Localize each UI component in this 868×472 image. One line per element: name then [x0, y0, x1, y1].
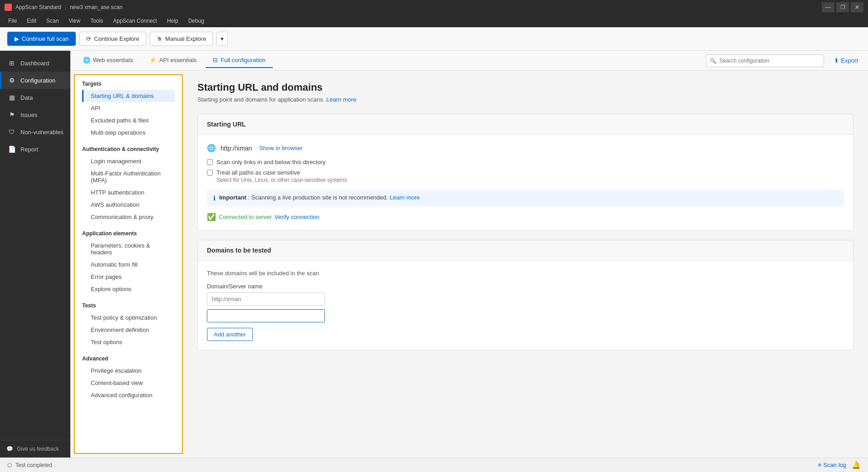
configuration-icon: ⚙	[8, 76, 16, 84]
feedback-button[interactable]: 💬 Give us feedback	[6, 446, 64, 452]
learn-more-important-link[interactable]: Learn more	[390, 194, 420, 201]
continue-full-scan-label: Continue full scan	[22, 35, 69, 42]
close-button[interactable]: ✕	[851, 2, 863, 12]
menu-appscan-connect[interactable]: AppScan Connect	[108, 16, 162, 26]
section-advanced-title: Advanced	[82, 355, 175, 362]
nav-multi-step-operations[interactable]: Multi-step operations	[82, 127, 175, 139]
file-title: new3 xman_ase.scan	[70, 4, 123, 10]
menu-view[interactable]: View	[64, 16, 85, 26]
content-area: 🌐 Web essentials ⚡ API essentials ⊟ Full…	[70, 51, 868, 457]
tab-api-essentials-label: API essentials	[159, 57, 196, 63]
add-another-button[interactable]: Add another	[207, 328, 253, 341]
learn-more-link[interactable]: Learn more	[326, 96, 356, 103]
scan-only-links-row: Scan only links in and below this direct…	[207, 159, 844, 165]
sidebar-item-report[interactable]: 📄 Report	[0, 141, 70, 158]
nav-communication-proxy[interactable]: Communication & proxy	[82, 211, 175, 223]
export-label: Export	[841, 57, 858, 64]
nav-login-management[interactable]: Login management	[82, 155, 175, 167]
nav-environment-definition[interactable]: Environment definition	[82, 324, 175, 336]
sidebar-item-dashboard-label: Dashboard	[20, 60, 49, 67]
section-tests-title: Tests	[82, 302, 175, 309]
nav-test-options[interactable]: Test options	[82, 336, 175, 348]
nav-mfa[interactable]: Multi-Factor Authentication (MFA)	[82, 167, 175, 186]
scan-only-links-checkbox[interactable]	[207, 159, 213, 165]
maximize-button[interactable]: ❐	[836, 2, 849, 12]
data-icon: ▦	[8, 93, 16, 102]
section-targets: Targets Starting URL & domains API Exclu…	[75, 75, 182, 141]
nav-automatic-form-fill[interactable]: Automatic form fill	[82, 258, 175, 271]
nav-content-based-view[interactable]: Content-based view	[82, 377, 175, 389]
sidebar-item-configuration-label: Configuration	[20, 77, 55, 84]
nav-api[interactable]: API	[82, 102, 175, 114]
domain-input-1[interactable]	[207, 292, 325, 306]
sidebar-item-data[interactable]: ▦ Data	[0, 89, 70, 106]
nav-advanced-configuration[interactable]: Advanced configuration	[82, 389, 175, 401]
sidebar-item-non-vulnerables[interactable]: 🛡 Non-vulnerables	[0, 123, 70, 141]
app-logo-icon	[5, 4, 12, 11]
nav-aws-authorization[interactable]: AWS authorization	[82, 199, 175, 211]
nav-explore-options[interactable]: Explore options	[82, 283, 175, 295]
content-body: Targets Starting URL & domains API Exclu…	[70, 71, 868, 457]
manual-explore-dropdown-button[interactable]: ▾	[216, 32, 228, 46]
continue-full-scan-button[interactable]: ▶ Continue full scan	[7, 32, 76, 46]
menu-scan[interactable]: Scan	[42, 16, 63, 26]
nav-error-pages[interactable]: Error pages	[82, 271, 175, 283]
starting-url-card: Starting URL 🌐 http://xman Show in brows…	[197, 114, 853, 231]
sidebar-item-issues[interactable]: ⚑ Issues	[0, 106, 70, 123]
nav-excluded-paths[interactable]: Excluded paths & files	[82, 114, 175, 127]
sidebar-item-configuration[interactable]: ⚙ Configuration	[0, 72, 70, 89]
connection-check-icon: ✅	[207, 213, 216, 221]
sidebar-item-dashboard[interactable]: ⊞ Dashboard	[0, 54, 70, 72]
domains-card: Domains to be tested These domains will …	[197, 240, 853, 350]
show-in-browser-link[interactable]: Show in browser	[259, 145, 303, 151]
sidebar-item-issues-label: Issues	[20, 112, 38, 118]
export-button[interactable]: ⬆ Export	[829, 54, 863, 67]
sidebar-item-data-label: Data	[20, 94, 33, 101]
section-advanced: Advanced Privilege escalation Content-ba…	[75, 350, 182, 403]
tab-web-essentials[interactable]: 🌐 Web essentials	[76, 53, 140, 68]
scan-log-icon: ≡	[818, 462, 822, 468]
nav-starting-url-domains[interactable]: Starting URL & domains	[82, 90, 175, 102]
non-vulnerables-icon: 🛡	[8, 128, 16, 136]
manual-explore-button[interactable]: 🖱 Manual Explore	[150, 32, 213, 46]
nav-privilege-escalation[interactable]: Privilege escalation	[82, 365, 175, 377]
search-input[interactable]	[706, 54, 824, 67]
case-sensitive-checkbox[interactable]	[207, 170, 213, 175]
section-auth-connectivity: Authentication & connectivity Login mana…	[75, 141, 182, 225]
export-icon: ⬆	[834, 57, 839, 64]
menu-debug[interactable]: Debug	[184, 16, 209, 26]
minimize-button[interactable]: —	[822, 2, 834, 12]
app-name: AppScan Standard	[15, 4, 61, 10]
connection-status: ✅ Connected to server Verify connection	[207, 213, 844, 221]
api-icon: ⚡	[149, 57, 157, 63]
case-sensitive-label[interactable]: Treat all paths as case sensitive	[216, 169, 300, 176]
menu-help[interactable]: Help	[162, 16, 183, 26]
scan-only-links-label[interactable]: Scan only links in and below this direct…	[216, 159, 326, 165]
manual-icon: 🖱	[157, 35, 162, 42]
manual-explore-label: Manual Explore	[165, 35, 206, 42]
starting-url-body: 🌐 http://xman Show in browser Scan only …	[198, 135, 853, 230]
url-item: 🌐 http://xman Show in browser	[207, 144, 844, 152]
tab-full-configuration[interactable]: ⊟ Full configuration	[206, 53, 273, 68]
search-icon: 🔍	[710, 58, 716, 64]
continue-explore-button[interactable]: ⟳ Continue Explore	[79, 32, 146, 46]
menu-tools[interactable]: Tools	[86, 16, 108, 26]
scan-log-link[interactable]: ≡ Scan log	[818, 462, 846, 468]
verify-connection-link[interactable]: Verify connection	[275, 214, 319, 220]
domain-input-2[interactable]	[207, 309, 325, 322]
section-auth-title: Authentication & connectivity	[82, 146, 175, 152]
title-bar-left: AppScan Standard | new3 xman_ase.scan	[5, 4, 123, 11]
section-app-elements: Application elements Parameters, cookies…	[75, 225, 182, 297]
case-sensitive-sublabel: Select for Unix, Linux, or other case-se…	[216, 177, 347, 183]
tab-api-essentials[interactable]: ⚡ API essentials	[142, 53, 204, 68]
menu-file[interactable]: File	[4, 16, 21, 26]
nav-http-authentication[interactable]: HTTP authentication	[82, 186, 175, 199]
menu-bar: File Edit Scan View Tools AppScan Connec…	[0, 15, 868, 27]
play-icon: ▶	[15, 35, 19, 42]
nav-parameters-cookies-headers[interactable]: Parameters, cookies & headers	[82, 239, 175, 258]
section-targets-title: Targets	[82, 81, 175, 87]
menu-edit[interactable]: Edit	[22, 16, 41, 26]
web-essentials-icon: 🌐	[83, 57, 90, 63]
nav-test-policy-optimization[interactable]: Test policy & optimization	[82, 311, 175, 324]
bell-icon[interactable]: 🔔	[852, 461, 861, 469]
